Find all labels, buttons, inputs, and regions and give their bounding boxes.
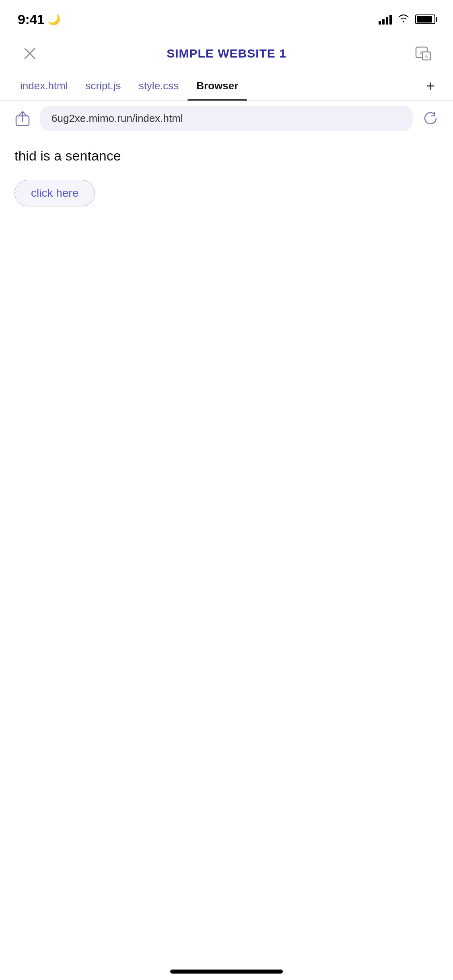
address-input[interactable]: 6ug2xe.mimo.run/index.html (40, 106, 413, 131)
svg-text:A: A (424, 53, 428, 59)
tab-style-css[interactable]: style.css (130, 72, 188, 101)
tab-index-html[interactable]: index.html (11, 72, 77, 101)
address-bar-row: 6ug2xe.mimo.run/index.html (0, 101, 453, 136)
top-bar: SIMPLE WEBSITE 1 A A (0, 35, 453, 72)
reload-button[interactable] (419, 107, 442, 130)
status-time: 9:41 (18, 12, 44, 27)
browser-content: thid is a sentance click here (0, 136, 453, 218)
signal-icon (379, 14, 392, 25)
home-indicator (170, 970, 283, 974)
click-here-button[interactable]: click here (14, 180, 95, 206)
tab-browser[interactable]: Browser (187, 72, 247, 101)
tab-script-js[interactable]: script.js (77, 72, 130, 101)
translate-button[interactable]: A A (411, 41, 435, 66)
app-title: SIMPLE WEBSITE 1 (167, 47, 286, 60)
translate-icon: A A (414, 44, 433, 63)
tabs-bar: index.html script.js style.css Browser + (0, 72, 453, 101)
reload-icon (422, 110, 439, 126)
moon-icon: 🌙 (47, 13, 60, 26)
wifi-icon (397, 13, 410, 26)
page-sentence: thid is a sentance (14, 148, 439, 164)
close-icon (23, 46, 37, 61)
add-tab-button[interactable]: + (419, 75, 442, 97)
close-button[interactable] (18, 41, 42, 66)
share-button[interactable] (11, 107, 34, 130)
share-icon (14, 109, 31, 127)
battery-icon (415, 14, 435, 24)
status-icons (379, 13, 435, 26)
url-text: 6ug2xe.mimo.run/index.html (51, 112, 402, 125)
status-bar: 9:41 🌙 (0, 0, 453, 35)
